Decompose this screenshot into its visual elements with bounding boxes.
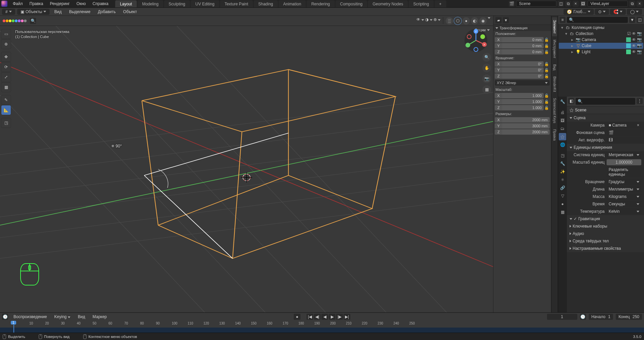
- scene-copy-button[interactable]: ⧉: [565, 1, 571, 7]
- tab-animation[interactable]: Animation: [279, 0, 306, 7]
- npanel-tab-blenderkit[interactable]: BlenderKit: [552, 74, 557, 95]
- checkbox-icon[interactable]: ☑: [627, 31, 631, 36]
- menu-edit[interactable]: Правка: [26, 0, 47, 7]
- tab-compositing[interactable]: Compositing: [335, 0, 367, 7]
- outliner-filter-icon[interactable]: ▼: [629, 17, 635, 23]
- section-audio[interactable]: Аудио: [567, 230, 644, 237]
- eye-icon[interactable]: 👁: [632, 31, 636, 36]
- npanel-tab-tool[interactable]: Инструмент: [552, 37, 557, 61]
- scene-browse-icon[interactable]: 🎬: [509, 1, 515, 7]
- menu-window[interactable]: Окно: [73, 0, 89, 7]
- frame-end-field[interactable]: Конец250: [616, 314, 642, 320]
- tab-add[interactable]: +: [434, 0, 446, 7]
- camera-view-button[interactable]: 📷: [482, 74, 491, 83]
- play-button[interactable]: ▶: [329, 314, 335, 320]
- jump-end-button[interactable]: ▶|: [344, 314, 350, 320]
- camera-restrict-icon[interactable]: 📷: [637, 37, 642, 42]
- tool-measure[interactable]: 📐: [1, 105, 11, 115]
- mass-unit-dropdown[interactable]: Kilograms: [607, 194, 641, 200]
- tool-transform[interactable]: ▦: [1, 82, 11, 92]
- loc-z-field[interactable]: 0 mm: [502, 49, 544, 55]
- xray-toggle[interactable]: ░: [446, 17, 453, 25]
- gizmo-visibility-dropdown[interactable]: ◑: [425, 17, 432, 25]
- tab-uvediting[interactable]: UV Editing: [191, 0, 219, 7]
- activeclip-field[interactable]: 🎞: [607, 137, 641, 143]
- section-scene[interactable]: Сцена: [567, 114, 644, 122]
- rotation-unit-dropdown[interactable]: Градусы: [607, 179, 641, 185]
- bgscene-field[interactable]: 🎬: [607, 130, 641, 136]
- eye-icon[interactable]: 👁: [632, 49, 636, 54]
- shading-wireframe-button[interactable]: ⬡: [454, 17, 461, 25]
- loc-x-field[interactable]: 0 mm: [502, 37, 544, 42]
- camera-restrict-icon[interactable]: 📷: [637, 43, 642, 48]
- props-breadcrumb[interactable]: ⚝Scene: [567, 106, 644, 114]
- tool-rotate[interactable]: ⟳: [1, 62, 11, 72]
- unit-scale-field[interactable]: 1.000000: [607, 159, 641, 165]
- npanel-tab-view[interactable]: Вид: [552, 62, 557, 73]
- lock-icon[interactable]: 🔓: [544, 44, 550, 48]
- outliner-item-camera[interactable]: ▸📷 Camera 👁📷: [559, 37, 643, 43]
- timeline-menu-keying[interactable]: Keying: [52, 314, 72, 320]
- menu-file[interactable]: Файл: [9, 0, 26, 7]
- tool-move[interactable]: ✥: [1, 52, 11, 62]
- tab-modeling[interactable]: Modeling: [137, 0, 163, 7]
- proportional-edit-toggle[interactable]: ◯: [627, 9, 642, 15]
- timeline-ruler[interactable]: 1 10203040506070809010011012013014015016…: [0, 321, 644, 333]
- proptab-tool[interactable]: 🔧: [559, 98, 566, 105]
- menu-add[interactable]: Добавить: [95, 8, 119, 15]
- jump-prev-key-button[interactable]: ◀|: [314, 314, 321, 320]
- npanel-tab-screencastkeys[interactable]: Screencast Keys: [552, 95, 557, 126]
- eye-icon[interactable]: 👁: [632, 37, 636, 42]
- close-icon[interactable]: ×: [637, 123, 639, 128]
- tab-geometrynodes[interactable]: Geometry Nodes: [368, 0, 408, 7]
- timeline-menu-marker[interactable]: Маркер: [91, 314, 109, 320]
- camera-restrict-icon[interactable]: 📷: [637, 49, 642, 54]
- props-search-input[interactable]: 🔍: [576, 98, 635, 105]
- tab-sculpting[interactable]: Sculpting: [164, 0, 190, 7]
- tool-select-box[interactable]: ▭: [1, 29, 11, 39]
- outliner-item-light[interactable]: ▸💡 Light 👁📷: [559, 49, 643, 55]
- zoom-viewport-button[interactable]: 🔍: [482, 53, 491, 62]
- 3d-viewport[interactable]: Опции: [0, 26, 493, 312]
- menu-object[interactable]: Объект: [121, 8, 140, 15]
- outliner-collection[interactable]: ▾🗀 Collection ☑👁📷: [559, 31, 643, 37]
- tab-shading[interactable]: Shading: [254, 0, 278, 7]
- section-rigidbody[interactable]: Среда твёрдых тел: [567, 237, 644, 245]
- shading-rendered-button[interactable]: ◉: [479, 17, 487, 25]
- section-gravity[interactable]: ✓Гравитация: [567, 215, 644, 223]
- camera-field[interactable]: ■ Camera×: [607, 122, 641, 128]
- proptab-viewlayer[interactable]: 🗂: [559, 125, 566, 132]
- length-unit-dropdown[interactable]: Миллиметры: [607, 186, 641, 192]
- autokey-toggle[interactable]: ●: [294, 314, 300, 320]
- lock-icon[interactable]: 🔓: [544, 106, 550, 110]
- rot-z-field[interactable]: 0°: [502, 73, 544, 79]
- proptab-render[interactable]: 🖨: [559, 109, 566, 116]
- jump-start-button[interactable]: |◀: [307, 314, 313, 320]
- funnel-icon[interactable]: ▼: [503, 17, 509, 23]
- outliner-scene-collection[interactable]: ▾🗀 Коллекция сцены: [559, 25, 643, 31]
- snap-toggle[interactable]: 🧲: [610, 9, 626, 15]
- scale-z-field[interactable]: 1.000: [502, 105, 544, 110]
- section-customprops[interactable]: Настраиваемые свойства: [567, 245, 644, 252]
- lock-icon[interactable]: 🔓: [544, 38, 550, 42]
- scene-new-button[interactable]: ◫: [558, 1, 564, 7]
- props-options-icon[interactable]: ⋮: [637, 98, 643, 104]
- tab-texturepaint[interactable]: Texture Paint: [220, 0, 253, 7]
- rotation-mode-dropdown[interactable]: XYZ Эйлер: [495, 80, 550, 86]
- section-units[interactable]: Единицы измерения: [567, 144, 644, 151]
- interaction-mode-dropdown[interactable]: ▣ Объекты: [17, 9, 50, 15]
- shading-dropdown[interactable]: [488, 17, 490, 19]
- lock-icon[interactable]: 🔓: [544, 62, 550, 66]
- jump-next-key-button[interactable]: |▶: [336, 314, 343, 320]
- viewlayer-browse-icon[interactable]: 🖼: [580, 1, 586, 7]
- scale-x-field[interactable]: 1.000: [502, 93, 544, 98]
- proptab-scene[interactable]: ⚝: [559, 133, 566, 140]
- pivot-point-dropdown[interactable]: ⊙: [595, 9, 609, 15]
- scale-y-field[interactable]: 1.000: [502, 99, 544, 104]
- proptab-material[interactable]: ●: [559, 200, 566, 208]
- menu-render[interactable]: Рендеринг: [46, 0, 73, 7]
- tab-layout[interactable]: Layout: [115, 0, 137, 7]
- shading-matpreview-button[interactable]: ◐: [471, 17, 478, 25]
- outliner-display-mode-icon[interactable]: ≡: [559, 17, 566, 23]
- npanel-tab-edit[interactable]: Правка: [552, 127, 557, 143]
